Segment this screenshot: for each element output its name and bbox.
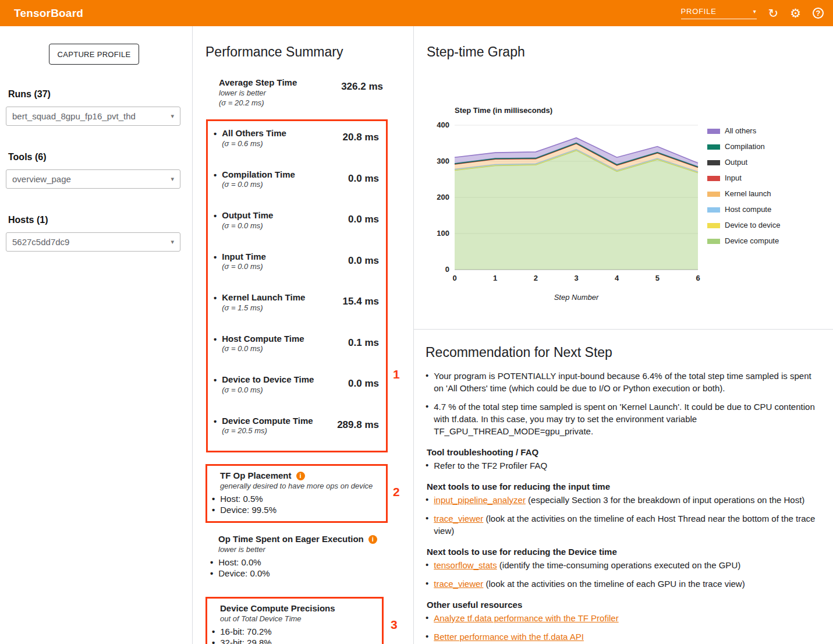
svg-text:1: 1 (493, 274, 497, 282)
legend-swatch (707, 176, 720, 181)
metric-value: 0.0 ms (348, 374, 379, 416)
svg-text:300: 300 (437, 157, 449, 165)
recommendation-section: Recommendation for Next Step Your progra… (414, 330, 833, 643)
info-icon[interactable]: i (368, 535, 377, 544)
trace-viewer-link[interactable]: trace_viewer (434, 514, 483, 523)
performance-summary-title: Performance Summary (205, 44, 413, 60)
legend-item: Kernel launch (707, 190, 780, 199)
metric-label: Compilation Time (222, 169, 295, 181)
legend-item: Compilation (707, 143, 780, 151)
precisions-note: out of Total Device Time (220, 614, 376, 624)
tfdata-api-link[interactable]: Better performance with the tf.data API (434, 632, 584, 642)
bullet-icon (214, 128, 217, 169)
metric-row: Host Compute Time (σ = 0.0 ms) 0.1 ms (214, 334, 379, 375)
bullet-icon (214, 252, 217, 293)
metric-row: Output Time (σ = 0.0 ms) 0.0 ms (214, 210, 379, 252)
chart-legend: All others Compilation Output Input Kern… (707, 106, 780, 302)
eager-device: Device: 0.0% (210, 568, 385, 579)
bullet-icon (214, 334, 217, 375)
precision-32bit: 32-bit: 29.8% (212, 637, 376, 644)
precision-16bit: 16-bit: 70.2% (212, 626, 376, 638)
legend-swatch (707, 207, 720, 213)
chevron-down-icon: ▾ (171, 112, 174, 120)
metric-sigma: (σ = 0.0 ms) (222, 385, 314, 395)
legend-swatch (707, 239, 720, 244)
tfdata-performance-link[interactable]: Analyze tf.data performance with the TF … (434, 613, 618, 623)
metric-label: Host Compute Time (222, 334, 304, 345)
tf-op-placement-host: Host: 0.5% (212, 493, 380, 505)
eager-host: Host: 0.0% (210, 557, 385, 568)
bullet-icon (426, 512, 428, 537)
bullet-icon (212, 626, 215, 638)
average-step-time-metric: Average Step Time lower is better (σ = 2… (219, 77, 383, 108)
tf-op-placement-title: TF Op Placement (220, 470, 292, 480)
metric-row: Kernel Launch Time (σ = 1.5 ms) 15.4 ms (214, 292, 379, 334)
tools-select[interactable]: overview_page ▾ (6, 169, 180, 189)
gear-icon[interactable]: ⚙ (790, 7, 801, 19)
step-time-graph-title: Step-time Graph (427, 44, 833, 60)
metric-row: Device Compute Time (σ = 20.5 ms) 289.8 … (214, 416, 379, 457)
refresh-icon[interactable]: ↻ (768, 7, 779, 19)
runs-select-value: bert_squad_8gpu_fp16_pvt_thd (12, 111, 136, 121)
step-time-chart-area: Step Time (in milliseconds) 010020030040… (430, 106, 701, 302)
bullet-icon (212, 504, 215, 516)
faq-bullet: Refer to the TF2 Profiler FAQ (426, 459, 821, 472)
dashboard-selector[interactable]: PROFILE ▾ (681, 7, 757, 19)
step-time-graph-card: Step-time Graph Step Time (in millisecon… (414, 44, 833, 330)
annotation-number-1: 1 (393, 367, 400, 381)
tool-bullet: input_pipeline_analyzer (especially Sect… (426, 494, 821, 506)
app-title: TensorBoard (14, 7, 83, 20)
metric-row: All Others Time (σ = 0.6 ms) 20.8 ms (214, 128, 379, 169)
bullet-icon (214, 292, 217, 334)
legend-swatch (707, 129, 720, 134)
dashboard-selector-value: PROFILE (681, 7, 717, 16)
metric-sigma: (σ = 20.5 ms) (222, 426, 313, 436)
bullet-icon (426, 631, 428, 643)
tools-label: Tools (6) (8, 152, 46, 162)
metric-label: Kernel Launch Time (222, 292, 305, 303)
info-icon[interactable]: i (296, 472, 305, 480)
runs-label: Runs (37) (8, 89, 51, 100)
svg-text:200: 200 (437, 193, 449, 201)
bullet-icon (210, 568, 213, 579)
svg-text:0: 0 (452, 274, 456, 282)
metric-label: All Others Time (222, 128, 286, 139)
metric-value: 0.0 ms (348, 252, 379, 293)
chart-title: Step Time (in milliseconds) (455, 106, 701, 115)
metric-sigma: (σ = 0.0 ms) (222, 344, 304, 354)
capture-profile-button[interactable]: CAPTURE PROFILE (49, 44, 139, 65)
tensorflow-stats-link[interactable]: tensorflow_stats (434, 560, 497, 570)
svg-text:2: 2 (534, 274, 538, 282)
resource-bullet: Analyze tf.data performance with the TF … (426, 612, 821, 624)
metric-value: 20.8 ms (343, 128, 379, 169)
svg-text:400: 400 (437, 121, 449, 129)
bullet-icon (426, 370, 428, 394)
bullet-icon (214, 169, 217, 211)
metric-row: Compilation Time (σ = 0.0 ms) 0.0 ms (214, 169, 379, 211)
annotation-number-3: 3 (391, 618, 398, 632)
help-icon[interactable]: ? (813, 8, 824, 19)
metric-sigma: (σ = 0.0 ms) (222, 180, 295, 190)
hosts-label: Hosts (1) (8, 215, 48, 225)
bullet-icon (214, 210, 217, 252)
legend-item: Device to device (707, 221, 780, 230)
chevron-down-icon: ▾ (171, 238, 174, 246)
hosts-select[interactable]: 5627c5dd7dc9 ▾ (6, 232, 180, 252)
precisions-title: Device Compute Precisions (220, 603, 335, 613)
input-pipeline-analyzer-link[interactable]: input_pipeline_analyzer (434, 495, 526, 505)
runs-select[interactable]: bert_squad_8gpu_fp16_pvt_thd ▾ (6, 107, 180, 126)
eager-execution-section: Op Time Spent on Eager Executioni lower … (210, 534, 385, 579)
annotation-box-1: All Others Time (σ = 0.6 ms) 20.8 ms Com… (206, 119, 388, 452)
faq-heading: Tool troubleshooting / FAQ (427, 447, 821, 457)
bullet-icon (426, 559, 428, 571)
trace-viewer-link[interactable]: trace_viewer (434, 579, 483, 589)
chevron-down-icon: ▾ (753, 8, 757, 15)
bullet-icon (426, 612, 428, 624)
metric-row: Device to Device Time (σ = 0.0 ms) 0.0 m… (214, 374, 379, 416)
hosts-select-value: 5627c5dd7dc9 (12, 237, 69, 247)
svg-text:5: 5 (655, 274, 660, 282)
legend-swatch (707, 160, 720, 165)
metric-sigma: (σ = 0.0 ms) (222, 221, 273, 231)
tensorboard-profile-page: TensorBoard PROFILE ▾ ↻ ⚙ ? CAPTURE PROF… (0, 0, 833, 644)
metric-value: 0.0 ms (348, 169, 379, 211)
